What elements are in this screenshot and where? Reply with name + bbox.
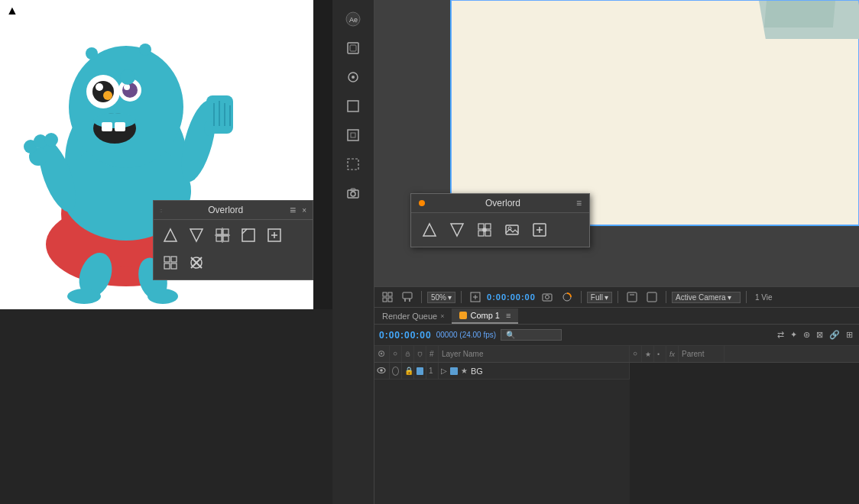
viewer-controls-bar: 50% ▾ 0:00:00:00 Full ▾ Active Camera ▾ xyxy=(374,286,859,308)
tab-comp1-color xyxy=(459,312,467,319)
vc-sep5 xyxy=(666,291,666,303)
tool-plus-box-left[interactable] xyxy=(264,225,285,246)
svg-point-93 xyxy=(394,352,397,355)
svg-rect-53 xyxy=(350,45,356,51)
lh-fx: fx xyxy=(666,346,679,362)
tool-triangle-up-left[interactable] xyxy=(160,225,181,246)
lh-audio xyxy=(390,346,402,362)
float-tool-triangle-up[interactable] xyxy=(419,219,440,241)
lr-lock-btn[interactable]: 🔒 xyxy=(404,367,413,375)
svg-point-96 xyxy=(634,352,637,355)
tab-comp1-label: Comp 1 xyxy=(470,311,500,320)
tool-x-cross-left[interactable] xyxy=(186,252,207,273)
vc-zoom-label: 50% xyxy=(431,293,446,302)
lr-color-indicator xyxy=(450,367,458,375)
tab-render-queue[interactable]: Render Queue × xyxy=(374,309,452,323)
svg-rect-45 xyxy=(164,263,170,269)
vc-sep6 xyxy=(746,291,747,303)
float-tool-plus-box[interactable] xyxy=(529,219,550,241)
lr-expand-btn[interactable]: ▷ xyxy=(441,367,447,375)
vc-camera-dropdown[interactable]: Active Camera ▾ xyxy=(672,292,741,303)
svg-rect-66 xyxy=(388,298,392,302)
lh-lock xyxy=(402,346,414,362)
left-panel: :: Overlord ≡ × xyxy=(0,0,313,504)
window-controls xyxy=(419,200,425,206)
svg-point-55 xyxy=(352,76,355,79)
svg-point-11 xyxy=(204,121,213,136)
overlord-float-menu-btn[interactable]: ≡ xyxy=(576,198,582,208)
svg-rect-34 xyxy=(223,229,229,234)
lh-switches xyxy=(630,346,642,362)
svg-rect-64 xyxy=(388,292,392,296)
svg-point-15 xyxy=(96,83,103,91)
svg-rect-52 xyxy=(348,43,358,53)
overlord-close-btn-left[interactable]: × xyxy=(302,206,306,215)
cursor-arrow: ▲ xyxy=(6,4,18,18)
svg-point-74 xyxy=(545,296,549,299)
tl-icon-4[interactable]: ⊠ xyxy=(815,328,825,341)
vc-view-text: 1 Vie xyxy=(755,293,773,302)
float-tool-grid-dot[interactable] xyxy=(474,219,495,241)
timeline-search-input[interactable] xyxy=(501,329,562,341)
svg-marker-79 xyxy=(423,224,436,236)
tool-box-corner-left[interactable] xyxy=(238,225,259,246)
svg-rect-43 xyxy=(164,257,170,262)
tab-render-queue-close[interactable]: × xyxy=(440,312,444,320)
layer-vis-btn[interactable] xyxy=(377,365,387,377)
canvas-teal-shape2 xyxy=(764,1,835,27)
vc-grid-btn[interactable] xyxy=(379,290,396,304)
ae-tool-move[interactable] xyxy=(342,66,365,89)
tabs-area: Render Queue × Comp 1 ≡ xyxy=(374,308,859,325)
tl-icon-6[interactable]: ⊞ xyxy=(844,328,854,341)
lr-color-box[interactable] xyxy=(417,367,423,375)
tl-icon-2[interactable]: ✦ xyxy=(789,328,799,341)
ae-tool-pen[interactable] xyxy=(342,95,365,118)
float-tool-photo[interactable] xyxy=(501,219,523,241)
ae-tool-mask[interactable] xyxy=(342,153,365,176)
tab-comp1-menu[interactable]: ≡ xyxy=(506,311,511,320)
grip-dots-left: :: xyxy=(160,207,161,214)
svg-rect-33 xyxy=(216,229,222,234)
vc-colorwheel-btn[interactable] xyxy=(559,290,575,304)
lr-star[interactable]: ★ xyxy=(461,367,468,375)
lr-color-col xyxy=(414,363,426,379)
vc-quality-dropdown[interactable]: Full ▾ xyxy=(587,292,612,303)
window-dot-orange[interactable] xyxy=(419,200,425,206)
overlord-menu-btn-left[interactable]: ≡ xyxy=(290,204,296,216)
vc-quality-label: Full xyxy=(591,293,603,302)
tab-comp1[interactable]: Comp 1 ≡ xyxy=(452,309,518,324)
overlord-float-header: Overlord ≡ xyxy=(411,194,589,213)
vc-render-btn1[interactable] xyxy=(624,290,640,304)
vc-magnet-btn[interactable] xyxy=(399,290,416,304)
tool-triangle-down-left[interactable] xyxy=(186,225,207,246)
vc-zoom-arrow: ▾ xyxy=(448,293,452,302)
svg-point-98 xyxy=(380,369,383,372)
vc-sep4 xyxy=(618,291,618,303)
tl-icon-5[interactable]: 🔗 xyxy=(828,328,841,341)
vc-render-btn2[interactable] xyxy=(643,290,660,304)
timeline-timecode: 0:00:00:00 xyxy=(379,330,432,341)
svg-rect-76 xyxy=(627,292,637,302)
tl-icon-3[interactable]: ⊛ xyxy=(802,328,812,341)
vc-camera-btn[interactable] xyxy=(539,290,556,304)
overlord-title-left: Overlord xyxy=(208,205,243,215)
ae-tool-camera[interactable] xyxy=(342,182,365,205)
vc-fit-btn[interactable] xyxy=(467,290,484,304)
vc-view-label[interactable]: 1 Vie xyxy=(752,292,776,303)
ae-tool-shape[interactable] xyxy=(342,124,365,147)
tool-grid4-left[interactable] xyxy=(160,252,181,273)
tool-grid-cross-left[interactable] xyxy=(212,225,233,246)
vc-zoom-dropdown[interactable]: 50% ▾ xyxy=(427,292,455,303)
ae-left-toolbar: Ae xyxy=(332,0,374,504)
tl-icon-1[interactable]: ⇄ xyxy=(776,328,786,341)
svg-point-14 xyxy=(92,81,114,102)
vc-quality-arrow: ▾ xyxy=(605,293,608,302)
lr-solo-btn[interactable] xyxy=(392,367,399,376)
layer-header-row: # Layer Name ★ • fx Parent xyxy=(374,346,859,363)
svg-point-20 xyxy=(120,69,135,85)
ae-tool-select[interactable] xyxy=(342,37,365,60)
svg-rect-67 xyxy=(403,292,412,299)
timeline-fps: 00000 (24.00 fps) xyxy=(436,331,496,339)
float-tool-triangle-down[interactable] xyxy=(446,219,468,241)
svg-rect-81 xyxy=(478,224,484,229)
